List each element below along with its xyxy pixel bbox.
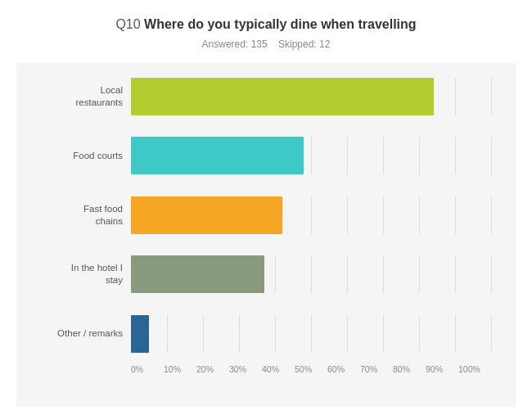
bar-label: In the hotel I stay	[25, 262, 131, 286]
grid-line	[455, 196, 456, 234]
grid-line	[419, 255, 420, 293]
grid-line	[311, 315, 312, 353]
grid-line	[419, 315, 420, 353]
x-tick: 20%	[196, 364, 229, 374]
grid-line	[419, 196, 420, 234]
grid-line	[491, 196, 492, 234]
bar-track	[131, 255, 491, 293]
chart-subtitle: Answered: 135 Skipped: 12	[202, 38, 331, 50]
bar-label: Food courts	[25, 150, 131, 162]
grid-line	[491, 315, 492, 353]
chart-area: Local restaurantsFood courtsFast food ch…	[16, 63, 516, 407]
grid-line	[347, 196, 348, 234]
grid-line	[275, 315, 276, 353]
x-tick: 80%	[393, 364, 426, 374]
bars-wrapper: Local restaurantsFood courtsFast food ch…	[25, 71, 499, 359]
grid-line	[383, 255, 384, 293]
bar-track	[131, 315, 491, 353]
x-tick: 100%	[458, 364, 491, 374]
grid-line	[491, 255, 492, 293]
bar-row: Local restaurants	[25, 71, 491, 122]
grid-line	[383, 315, 384, 353]
skipped-value: 12	[319, 38, 330, 50]
grid-line	[311, 196, 312, 234]
grid-line	[383, 196, 384, 234]
bar-row: In the hotel I stay	[25, 249, 491, 300]
grid-line	[275, 255, 276, 293]
grid-line	[311, 137, 312, 174]
grid-line	[455, 137, 456, 174]
bar-fill	[131, 78, 434, 115]
x-tick: 10%	[164, 364, 196, 374]
bar-row: Food courts	[25, 130, 491, 181]
x-tick: 60%	[327, 364, 360, 374]
grid-line	[347, 255, 348, 293]
bar-label: Local restaurants	[25, 84, 131, 109]
bar-fill	[131, 137, 304, 174]
q-text: Where do you typically dine when travell…	[144, 17, 417, 31]
grid-line	[311, 255, 312, 293]
bar-row: Fast food chains	[25, 190, 491, 241]
bar-track	[131, 78, 491, 115]
chart-container: Q10 Where do you typically dine when tra…	[0, 0, 532, 415]
grid-line	[455, 78, 456, 115]
x-axis: 0%10%20%30%40%50%60%70%80%90%100%	[131, 364, 499, 374]
grid-line	[419, 137, 420, 174]
bar-fill	[131, 255, 264, 293]
grid-line	[347, 137, 348, 174]
bar-track	[131, 196, 491, 234]
chart-title: Q10 Where do you typically dine when tra…	[115, 16, 416, 34]
grid-line	[347, 315, 348, 353]
grid-line	[239, 315, 240, 353]
answered-value: 135	[251, 38, 268, 50]
x-tick: 40%	[262, 364, 295, 374]
bar-label: Fast food chains	[25, 203, 131, 228]
x-tick: 50%	[295, 364, 327, 374]
bar-fill	[131, 315, 149, 353]
bar-label: Other / remarks	[25, 327, 131, 340]
x-tick: 30%	[229, 364, 262, 374]
grid-line	[167, 315, 168, 353]
x-tick: 70%	[360, 364, 393, 374]
bar-fill	[131, 196, 282, 234]
grid-line	[491, 137, 492, 174]
answered-label: Answered:	[202, 38, 249, 50]
grid-line	[383, 137, 384, 174]
grid-line	[455, 255, 456, 293]
skipped-label: Skipped:	[278, 38, 317, 50]
grid-line	[455, 315, 456, 353]
q-number: Q10	[115, 17, 140, 31]
x-tick: 90%	[426, 364, 458, 374]
grid-line	[203, 315, 204, 353]
bar-track	[131, 137, 491, 174]
x-tick: 0%	[131, 364, 164, 374]
bar-row: Other / remarks	[25, 309, 491, 359]
grid-line	[491, 78, 492, 115]
